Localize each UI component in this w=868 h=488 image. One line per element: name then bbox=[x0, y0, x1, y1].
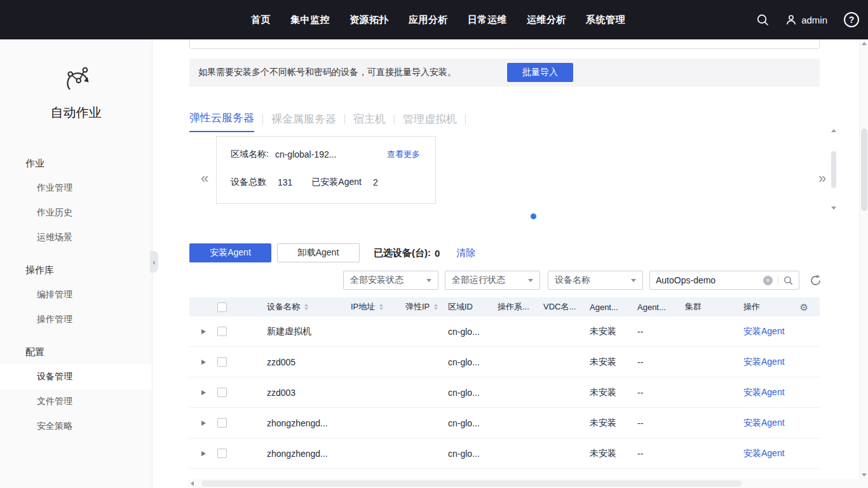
panel-scrollbar[interactable] bbox=[830, 129, 837, 210]
user-menu[interactable]: admin bbox=[785, 14, 827, 25]
search-field-value: 设备名称 bbox=[555, 274, 590, 286]
refresh-icon[interactable] bbox=[810, 274, 822, 287]
run-status-dropdown[interactable]: 全部运行状态 bbox=[445, 271, 540, 290]
search-icon[interactable] bbox=[756, 13, 769, 26]
scroll-up-icon[interactable] bbox=[862, 42, 867, 45]
tab-host[interactable]: 宿主机 bbox=[353, 112, 386, 132]
nav-daily-ops[interactable]: 日常运维 bbox=[468, 14, 507, 26]
column-settings-gear-icon[interactable]: ⚙ bbox=[800, 302, 808, 312]
clear-search-icon[interactable]: × bbox=[763, 276, 773, 285]
install-agent-link[interactable]: 安装Agent bbox=[743, 448, 785, 458]
filter-row: 全部安装状态 全部运行状态 设备名称 × bbox=[343, 271, 822, 290]
panel-scrollbar-thumb[interactable] bbox=[831, 151, 836, 188]
tab-managed-vm[interactable]: 管理虚拟机 bbox=[403, 112, 457, 132]
device-search-input[interactable] bbox=[656, 275, 763, 285]
clear-selection-link[interactable]: 清除 bbox=[456, 247, 475, 259]
nav-app-analysis[interactable]: 应用分析 bbox=[409, 14, 448, 26]
col-device-name-label: 设备名称 bbox=[267, 301, 300, 313]
col-ip[interactable]: IP地址 bbox=[351, 301, 405, 313]
row-checkbox[interactable] bbox=[217, 357, 227, 367]
tab-ecs[interactable]: 弹性云服务器 bbox=[189, 111, 254, 132]
carousel-next-icon[interactable]: » bbox=[818, 172, 826, 186]
truncated-input-field[interactable] bbox=[189, 39, 820, 49]
scroll-down-icon[interactable] bbox=[831, 207, 836, 210]
table-row: zzd003 cn-glo... 未安装 -- 安装Agent bbox=[189, 377, 820, 408]
install-agent-link[interactable]: 安装Agent bbox=[743, 387, 785, 397]
cell-agent-version: -- bbox=[637, 418, 685, 428]
table-header: 设备名称 IP地址 弹性IP 区域ID 操作系... VDC名... Agent… bbox=[189, 297, 820, 316]
sidebar-item-file-mgmt[interactable]: 文件管理 bbox=[0, 389, 152, 414]
row-expand-icon[interactable] bbox=[201, 329, 206, 334]
nav-system-mgmt[interactable]: 系统管理 bbox=[586, 14, 625, 26]
carousel-page-dot[interactable] bbox=[531, 214, 536, 219]
col-device-name[interactable]: 设备名称 bbox=[239, 301, 351, 313]
cell-device-name: zzd003 bbox=[239, 388, 351, 398]
install-agent-link[interactable]: 安装Agent bbox=[743, 417, 785, 428]
row-expand-icon[interactable] bbox=[201, 390, 206, 395]
row-checkbox[interactable] bbox=[217, 418, 227, 428]
scroll-left-icon[interactable] bbox=[191, 481, 194, 486]
nav-central-monitoring[interactable]: 集中监控 bbox=[290, 14, 330, 26]
sidebar-item-device-mgmt[interactable]: 设备管理 bbox=[0, 364, 152, 389]
cell-agent-version: -- bbox=[637, 357, 685, 367]
install-agent-button[interactable]: 安装Agent bbox=[189, 243, 271, 262]
row-expand-icon[interactable] bbox=[201, 451, 206, 456]
sidebar-collapse-handle[interactable]: ‹ bbox=[150, 251, 158, 273]
device-total-value: 131 bbox=[278, 177, 292, 187]
search-field-dropdown[interactable]: 设备名称 bbox=[548, 271, 643, 290]
vertical-scrollbar-thumb[interactable] bbox=[861, 128, 867, 211]
tab-divider bbox=[344, 114, 345, 125]
horizontal-scrollbar-thumb[interactable] bbox=[201, 480, 742, 487]
sidebar-item-job-mgmt[interactable]: 作业管理 bbox=[0, 175, 152, 200]
tab-divider bbox=[394, 114, 395, 125]
cell-region-id: cn-glo... bbox=[448, 357, 498, 367]
sidebar-menu: 作业 作业管理 作业历史 运维场景 操作库 编排管理 操作管理 配置 设备管理 … bbox=[0, 151, 152, 438]
scroll-down-icon[interactable] bbox=[862, 473, 867, 477]
row-expand-icon[interactable] bbox=[201, 421, 206, 426]
search-submit-icon[interactable] bbox=[783, 276, 793, 285]
sort-icon[interactable] bbox=[434, 304, 438, 310]
tab-bare-metal[interactable]: 裸金属服务器 bbox=[271, 112, 336, 132]
sidebar-item-operation-mgmt[interactable]: 操作管理 bbox=[0, 307, 152, 332]
install-agent-link[interactable]: 安装Agent bbox=[743, 356, 785, 367]
sort-icon[interactable] bbox=[304, 304, 308, 310]
tab-divider bbox=[262, 114, 263, 125]
col-agent-version: Agent... bbox=[637, 302, 685, 312]
view-more-link[interactable]: 查看更多 bbox=[387, 149, 420, 160]
help-icon[interactable]: ? bbox=[844, 12, 859, 27]
row-expand-icon[interactable] bbox=[201, 360, 206, 365]
col-region-id: 区域ID bbox=[448, 301, 498, 313]
row-checkbox[interactable] bbox=[217, 388, 227, 397]
chevron-down-icon bbox=[631, 279, 636, 282]
row-checkbox[interactable] bbox=[217, 449, 227, 458]
sidebar-item-ops-scene[interactable]: 运维场景 bbox=[0, 225, 152, 250]
batch-import-button[interactable]: 批量导入 bbox=[507, 63, 573, 82]
col-eip[interactable]: 弹性IP bbox=[405, 301, 448, 313]
col-agent-status: Agent... bbox=[590, 302, 637, 312]
top-navbar: 首页 集中监控 资源拓扑 应用分析 日常运维 运维分析 系统管理 admin ? bbox=[0, 0, 868, 39]
chevron-left-icon: ‹ bbox=[153, 257, 155, 267]
vertical-scrollbar[interactable] bbox=[859, 39, 868, 479]
agent-action-row: 安装Agent 卸载Agent 已选设备(台): 0 清除 bbox=[189, 243, 475, 262]
region-card[interactable]: 区域名称: cn-global-192... 查看更多 设备总数 131 已安装… bbox=[216, 136, 436, 204]
sidebar-item-security-policy[interactable]: 安全策略 bbox=[0, 414, 152, 438]
nav-ops-analysis[interactable]: 运维分析 bbox=[527, 14, 566, 26]
cell-agent-version: -- bbox=[637, 388, 685, 398]
sort-icon[interactable] bbox=[379, 304, 383, 310]
scroll-up-icon[interactable] bbox=[831, 129, 836, 132]
row-checkbox[interactable] bbox=[217, 327, 227, 336]
carousel-prev-icon[interactable]: « bbox=[201, 172, 208, 186]
uninstall-agent-button[interactable]: 卸载Agent bbox=[277, 243, 360, 262]
sidebar-item-orchestration-mgmt[interactable]: 编排管理 bbox=[0, 282, 152, 307]
tab-divider bbox=[465, 114, 466, 125]
select-all-checkbox[interactable] bbox=[217, 302, 227, 312]
install-status-dropdown[interactable]: 全部安装状态 bbox=[343, 271, 438, 290]
nav-home[interactable]: 首页 bbox=[251, 14, 271, 26]
sidebar-item-job-history[interactable]: 作业历史 bbox=[0, 200, 152, 225]
nav-resource-topology[interactable]: 资源拓扑 bbox=[349, 14, 389, 26]
horizontal-scrollbar[interactable] bbox=[188, 479, 859, 488]
sidebar-section-oplib: 操作库 bbox=[0, 257, 152, 282]
agent-installed-value: 2 bbox=[373, 177, 378, 187]
batch-import-banner: 如果需要安装多个不同帐号和密码的设备，可直接批量导入安装。 批量导入 bbox=[189, 58, 820, 86]
install-agent-link[interactable]: 安装Agent bbox=[743, 326, 785, 336]
